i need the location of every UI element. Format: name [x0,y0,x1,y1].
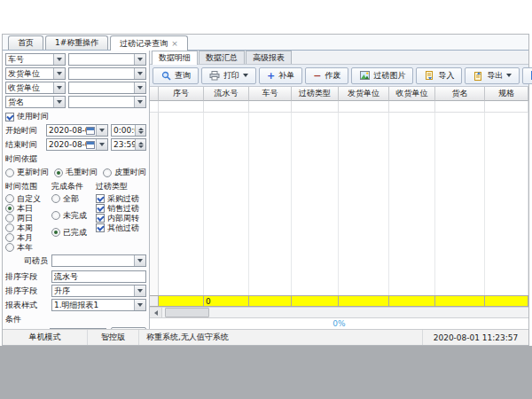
chevron-down-icon [96,125,107,136]
tab-advanced-report[interactable]: 高级报表 [246,51,292,64]
vehicle-value-combo[interactable] [68,53,146,66]
data-tab-bar: 数据明细 数据汇总 高级报表 [150,51,528,65]
col-header-shipper[interactable]: 发货单位 [339,87,389,101]
filter-row-vehicle: 车号 [5,53,146,66]
summary-row: 0 [150,295,528,307]
export-button[interactable]: 导出 [465,67,520,84]
sort-order-row: 排序字段 升序 [5,285,146,297]
radio-this-year[interactable]: 本年 [5,243,51,252]
print-button[interactable]: 打印 [201,67,256,84]
goods-field-combo[interactable]: 货名 [5,96,66,108]
plus-icon: + [267,71,275,81]
tab-data-summary[interactable]: 数据汇总 [199,51,245,64]
close-icon[interactable]: × [171,40,178,48]
radio-gross-time[interactable]: 毛重时间 [54,167,98,178]
settings-button[interactable]: 设置 [522,67,532,84]
radio-two-days[interactable]: 两日 [5,214,51,223]
filter-row-receiver: 收货单位 [5,82,146,94]
chevron-down-icon [134,286,145,296]
import-button[interactable]: 导入 [416,67,462,84]
sort-order-combo[interactable]: 升序 [51,285,146,297]
weigh-type-group: 过磅类型 采购过磅 销售过磅 内部周转 其他过磅 [96,181,146,253]
col-header-receiver[interactable]: 收货单位 [389,87,435,101]
report-style-row: 报表样式 1.明细报表1 [5,299,146,311]
sort-field-input[interactable] [51,270,146,283]
scroll-left-icon[interactable] [150,308,162,317]
status-edition: 智控版 [88,330,139,345]
main-tab-bar: 首页 1#称重操作 过磅记录查询 × [3,35,528,51]
empty-grid-row[interactable] [150,101,528,113]
chevron-down-icon [134,255,145,266]
weigher-combo[interactable] [51,254,146,267]
spinner-icon[interactable] [135,139,145,150]
end-date-picker[interactable]: 2020-08-01 [46,138,108,151]
start-date-picker[interactable]: 2020-08-01 [46,124,108,137]
finish-condition-group: 完成条件 全部 未完成 已完成 [51,181,96,253]
col-header-serial[interactable]: 流水号 [204,87,249,101]
grid-header: 序号 流水号 车号 过磅类型 发货单位 收货单位 货名 规格 [150,87,528,101]
radio-finished[interactable]: 已完成 [51,228,96,237]
progress-value: 0% [332,319,345,328]
grid-body[interactable] [150,113,528,295]
end-time-spinner[interactable]: 23:59:59 [111,138,146,151]
checkbox-internal[interactable]: 内部周转 [96,214,146,223]
tab-home[interactable]: 首页 [8,35,43,50]
checkbox-sales[interactable]: 销售过磅 [96,204,146,213]
col-header-weigh-type[interactable]: 过磅类型 [292,87,339,101]
summary-count: 0 [204,295,249,307]
status-datetime: 2020-08-01 11:23:57 [422,330,528,345]
use-time-checkbox[interactable]: 使用时间 [5,111,146,122]
search-icon [160,70,171,81]
receiver-field-combo[interactable]: 收货单位 [5,82,66,94]
checkbox-checked-icon [96,204,105,213]
vehicle-field-combo[interactable]: 车号 [5,53,66,66]
radio-update-time[interactable]: 更新时间 [5,167,49,178]
radio-custom-range[interactable]: 自定义 [5,194,51,203]
filter-row-shipper: 发货单位 [5,67,146,80]
radio-unfinished[interactable]: 未完成 [51,211,96,220]
horizontal-scrollbar[interactable] [150,307,528,317]
spinner-icon[interactable] [135,125,145,136]
supplement-order-button[interactable]: + 补单 [259,67,302,84]
radio-this-month[interactable]: 本月 [5,233,51,242]
checkbox-purchase[interactable]: 采购过磅 [96,194,146,203]
void-button[interactable]: − 作废 [305,67,348,84]
radio-all[interactable]: 全部 [51,194,96,203]
col-header-goods[interactable]: 货名 [435,87,485,101]
shipper-field-combo[interactable]: 发货单位 [5,67,66,80]
chevron-down-icon [243,74,248,77]
sort-field-row: 排序字段 [5,270,146,283]
condition-group-label: 条件 [5,314,146,325]
chevron-down-icon [134,300,145,310]
weigh-photo-button[interactable]: 过磅图片 [351,67,413,84]
calendar-icon [86,141,95,149]
chevron-down-icon [53,68,65,79]
checkbox-other[interactable]: 其他过磅 [96,223,146,232]
radio-selected-icon [51,228,60,237]
radio-today[interactable]: 本日 [5,204,51,213]
desktop-background [0,346,532,399]
receiver-value-combo[interactable] [68,82,146,94]
radio-tare-time[interactable]: 皮重时间 [103,167,146,178]
chevron-down-icon [53,54,65,65]
time-basis-label: 时间依据 [5,153,146,165]
time-range-group: 时间范围 自定义 本日 两日 本周 本月 本年 [5,181,51,253]
chevron-down-icon [134,68,145,79]
tab-record-query[interactable]: 过磅记录查询 × [110,35,188,51]
status-mode: 单机模式 [3,330,88,345]
tab-weighing-operation[interactable]: 1#称重操作 [45,35,108,50]
checkbox-checked-icon [96,214,105,223]
tab-data-detail[interactable]: 数据明细 [152,51,198,65]
col-header-vehicle[interactable]: 车号 [249,87,292,101]
radio-icon [5,168,14,177]
col-header-seq[interactable]: 序号 [159,87,204,101]
report-style-combo[interactable]: 1.明细报表1 [51,299,146,311]
col-header-spec[interactable]: 规格 [485,87,528,101]
goods-value-combo[interactable] [68,96,146,108]
start-time-spinner[interactable]: 0:00:00 [111,124,146,137]
query-button[interactable]: 查询 [153,67,199,84]
chevron-down-icon [96,139,107,150]
shipper-value-combo[interactable] [68,67,146,80]
radio-this-week[interactable]: 本周 [5,223,51,232]
scrollbar-thumb[interactable] [165,308,209,317]
